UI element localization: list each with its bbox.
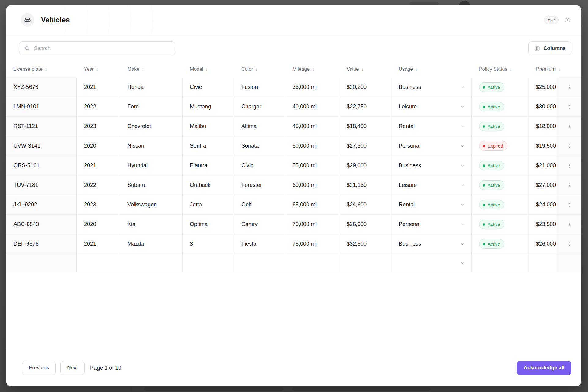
status-badge: Active bbox=[479, 180, 504, 190]
value-cell: $26,900 bbox=[339, 215, 391, 234]
column-header-year[interactable]: Year↓ bbox=[77, 61, 120, 77]
column-header-value[interactable]: Value↓ bbox=[339, 61, 391, 77]
column-header-premium[interactable]: Premium↓ bbox=[529, 61, 557, 77]
close-icon[interactable] bbox=[564, 16, 571, 24]
status-dot-icon bbox=[483, 204, 485, 206]
usage-select[interactable]: Leisure bbox=[391, 97, 472, 116]
column-header-plate[interactable]: License plate↓ bbox=[6, 61, 77, 77]
column-header-label: Make bbox=[127, 66, 139, 72]
row-actions-kebab-button[interactable] bbox=[557, 195, 581, 214]
chevron-down-icon bbox=[460, 222, 465, 227]
usage-select[interactable]: Leisure bbox=[391, 175, 472, 195]
search-box[interactable] bbox=[19, 41, 175, 55]
value-cell: $29,000 bbox=[339, 156, 391, 175]
policy-status-cell: Active bbox=[472, 97, 529, 116]
model-cell: Mustang bbox=[183, 97, 234, 116]
row-actions-kebab-button[interactable] bbox=[557, 136, 581, 156]
usage-select[interactable]: Rental bbox=[391, 195, 472, 214]
columns-button[interactable]: Columns bbox=[528, 41, 571, 55]
kebab-icon bbox=[567, 143, 572, 149]
row-actions-kebab-button[interactable] bbox=[557, 175, 581, 195]
kebab-icon bbox=[567, 85, 572, 90]
policy-status-cell: Active bbox=[472, 215, 529, 234]
row-actions-kebab-button[interactable] bbox=[557, 77, 581, 97]
plate-cell: ABC-6543 bbox=[6, 215, 77, 234]
row-actions-kebab-button[interactable] bbox=[557, 215, 581, 234]
kebab-icon bbox=[567, 163, 572, 168]
make-cell: Mazda bbox=[120, 234, 183, 254]
row-actions-kebab-button[interactable] bbox=[557, 117, 581, 136]
empty-plate-cell bbox=[6, 254, 77, 272]
value-cell: $18,400 bbox=[339, 117, 391, 136]
column-header-label: Usage bbox=[399, 66, 413, 72]
column-header-model[interactable]: Model↓ bbox=[183, 61, 234, 77]
modal-footer: Previous Next Page 1 of 10 Acknowledge a… bbox=[6, 349, 581, 386]
model-cell: Optima bbox=[183, 215, 234, 234]
kebab-icon bbox=[567, 222, 572, 227]
next-page-button[interactable]: Next bbox=[60, 361, 85, 375]
kebab-icon bbox=[567, 104, 572, 110]
plate-cell: UVW-3141 bbox=[6, 136, 77, 156]
premium-cell: $21,000 bbox=[529, 156, 557, 175]
policy-status-cell: Active bbox=[472, 195, 529, 214]
chevron-down-icon bbox=[460, 260, 465, 266]
color-cell: Altima bbox=[234, 117, 285, 136]
search-input[interactable] bbox=[34, 45, 170, 51]
usage-select[interactable]: Business bbox=[391, 156, 472, 175]
row-actions-kebab-button[interactable] bbox=[557, 234, 581, 254]
row-actions-kebab-button[interactable] bbox=[557, 97, 581, 116]
usage-value: Rental bbox=[399, 202, 415, 208]
status-dot-icon bbox=[483, 125, 485, 128]
empty-usage-cell[interactable] bbox=[391, 254, 472, 272]
row-actions-kebab-button[interactable] bbox=[557, 156, 581, 175]
status-badge-label: Active bbox=[488, 202, 500, 207]
empty-table-row bbox=[6, 254, 581, 272]
background-dimmed-panel bbox=[144, 387, 283, 391]
table-row: UVW-31412020NissanSentraSonata50,000 mi$… bbox=[6, 136, 581, 156]
column-header-label: Year bbox=[84, 66, 94, 72]
acknowledge-all-button[interactable]: Acknowledge all bbox=[517, 361, 571, 375]
chevron-down-icon bbox=[460, 104, 465, 110]
empty-year-cell bbox=[77, 254, 120, 272]
make-cell: Kia bbox=[120, 215, 183, 234]
usage-select[interactable]: Personal bbox=[391, 215, 472, 234]
empty-mileage-cell bbox=[285, 254, 339, 272]
previous-page-button[interactable]: Previous bbox=[22, 361, 56, 375]
column-header-status[interactable]: Policy Status↓ bbox=[472, 61, 529, 77]
usage-select[interactable]: Business bbox=[391, 77, 472, 97]
color-cell: Charger bbox=[234, 97, 285, 116]
usage-value: Leisure bbox=[399, 104, 417, 110]
table-row: ABC-65432020KiaOptimaCamry70,000 mi$26,9… bbox=[6, 215, 581, 234]
chevron-down-icon bbox=[460, 143, 465, 149]
column-header-usage[interactable]: Usage↓ bbox=[391, 61, 472, 77]
year-cell: 2022 bbox=[77, 97, 120, 116]
value-cell: $32,500 bbox=[339, 234, 391, 254]
premium-cell: $30,000 bbox=[529, 97, 557, 116]
plate-cell: DEF-9876 bbox=[6, 234, 77, 254]
usage-select[interactable]: Business bbox=[391, 234, 472, 254]
column-header-label: Policy Status bbox=[479, 66, 507, 72]
column-header-color[interactable]: Color↓ bbox=[234, 61, 285, 77]
color-cell: Camry bbox=[234, 215, 285, 234]
premium-cell: $25,000 bbox=[529, 77, 557, 97]
usage-select[interactable]: Personal bbox=[391, 136, 472, 156]
column-header-mileage[interactable]: Mileage↓ bbox=[285, 61, 339, 77]
status-badge-label: Active bbox=[488, 222, 500, 227]
premium-cell: $19,500 bbox=[529, 136, 557, 156]
table-row: RST-11212023ChevroletMalibuAltima45,000 … bbox=[6, 117, 581, 136]
chevron-down-icon bbox=[460, 85, 465, 90]
empty-actions-cell bbox=[557, 254, 581, 272]
table-row: QRS-51612021HyundaiElantraCivic55,000 mi… bbox=[6, 156, 581, 175]
premium-cell: $27,000 bbox=[529, 175, 557, 195]
usage-value: Business bbox=[399, 162, 421, 169]
model-cell: Jetta bbox=[183, 195, 234, 214]
usage-select[interactable]: Rental bbox=[391, 117, 472, 136]
status-badge: Active bbox=[479, 161, 504, 170]
status-dot-icon bbox=[483, 164, 485, 167]
sort-desc-icon: ↓ bbox=[255, 67, 258, 72]
status-badge-label: Active bbox=[488, 241, 500, 247]
chevron-down-icon bbox=[460, 241, 465, 247]
car-icon bbox=[21, 13, 34, 27]
mileage-cell: 75,000 mi bbox=[285, 234, 339, 254]
column-header-make[interactable]: Make↓ bbox=[120, 61, 183, 77]
